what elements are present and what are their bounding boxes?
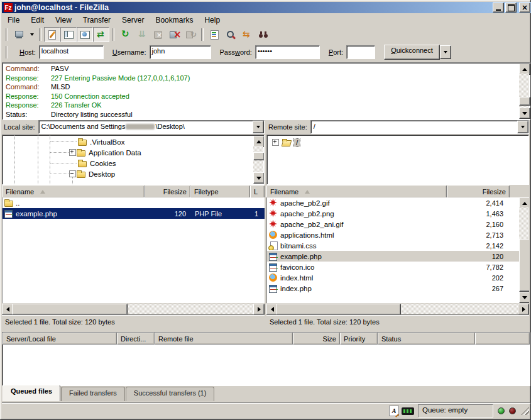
menu-edit[interactable]: Edit bbox=[25, 14, 50, 26]
tree-item-cookies[interactable]: Cookies bbox=[3, 158, 116, 169]
site-manager-dropdown-button[interactable] bbox=[27, 27, 36, 42]
refresh-button[interactable] bbox=[117, 27, 133, 42]
menu-transfer[interactable]: Transfer bbox=[77, 14, 116, 26]
find-files-button[interactable] bbox=[255, 27, 271, 42]
menu-view[interactable]: View bbox=[50, 14, 77, 26]
tab-failed-transfers[interactable]: Failed transfers bbox=[61, 387, 125, 401]
menu-help[interactable]: Help bbox=[199, 14, 226, 26]
disconnect-icon bbox=[168, 29, 180, 40]
queue-toggle-icon bbox=[96, 29, 107, 40]
remote-list-scrollbar[interactable] bbox=[519, 197, 529, 303]
file-row-favicon-ico[interactable]: favicon.ico7,782 bbox=[267, 262, 519, 272]
scrollbar-thumb[interactable] bbox=[519, 97, 530, 106]
remote-horizontal-scrollbar[interactable] bbox=[266, 304, 529, 314]
tree-item-blank[interactable]: / bbox=[267, 137, 300, 148]
local-tree-toggle-button[interactable] bbox=[60, 27, 77, 42]
message-log-toggle-button[interactable] bbox=[44, 27, 60, 42]
tree-item-virtualbox[interactable]: .VirtualBox bbox=[3, 136, 124, 147]
queue-column-server-local-file[interactable]: Server/Local file bbox=[3, 333, 117, 345]
scroll-right-button[interactable] bbox=[518, 304, 529, 315]
directory-comparison-button[interactable] bbox=[222, 27, 239, 42]
local-column-filetype[interactable]: Filetype bbox=[190, 185, 250, 198]
site-manager-button[interactable] bbox=[11, 27, 27, 42]
cell-text: 120 bbox=[492, 253, 503, 260]
close-button[interactable]: × bbox=[519, 3, 530, 13]
local-column-filename[interactable]: Filename bbox=[2, 185, 145, 198]
file-row-blank[interactable]: .. bbox=[3, 197, 265, 208]
username-input[interactable]: john bbox=[150, 45, 211, 59]
remote-column-filesize[interactable]: Filesize bbox=[447, 185, 510, 198]
scroll-down-button[interactable] bbox=[519, 292, 529, 303]
file-row-apache-pb2-png[interactable]: apache_pb2.png1,463 bbox=[267, 208, 519, 219]
quickconnect-button[interactable]: Quickconnect bbox=[384, 45, 440, 60]
scroll-right-button[interactable] bbox=[253, 304, 265, 315]
expand-icon[interactable] bbox=[272, 139, 279, 146]
reconnect-button[interactable] bbox=[182, 27, 199, 42]
expand-icon[interactable] bbox=[69, 149, 76, 156]
queue-column-directi[interactable]: Directi... bbox=[117, 333, 155, 345]
process-queue-button[interactable] bbox=[133, 27, 150, 42]
file-row-applications-html[interactable]: applications.html2,713 bbox=[267, 229, 519, 240]
queue-toggle-button[interactable] bbox=[93, 27, 109, 42]
file-cell: 2,713 bbox=[447, 231, 508, 239]
cancel-button[interactable] bbox=[150, 27, 166, 42]
host-input[interactable]: localhost bbox=[39, 45, 104, 59]
local-site-dropdown-button[interactable] bbox=[253, 121, 264, 133]
queue-column-status[interactable]: Status bbox=[378, 333, 475, 345]
message-log-scrollbar[interactable] bbox=[519, 64, 529, 119]
tab-successful-transfers-1[interactable]: Successful transfers (1) bbox=[126, 387, 215, 401]
scrollbar-thumb[interactable] bbox=[12, 304, 128, 315]
chevron-down-icon bbox=[256, 126, 260, 128]
filter-button[interactable] bbox=[206, 27, 222, 42]
maximize-button[interactable] bbox=[505, 3, 517, 13]
file-row-bitnami-css[interactable]: bitnami.css2,142 bbox=[267, 240, 519, 251]
file-row-index-html[interactable]: index.html202 bbox=[267, 272, 519, 283]
disconnect-button[interactable] bbox=[166, 27, 182, 42]
queue-column-priority[interactable]: Priority bbox=[340, 333, 378, 345]
file-row-apache-pb2-ani-gif[interactable]: apache_pb2_ani.gif2,160 bbox=[267, 219, 519, 229]
log-line-label: Status: bbox=[3, 110, 51, 119]
local-horizontal-scrollbar[interactable] bbox=[2, 304, 265, 314]
tab-queued-files[interactable]: Queued files bbox=[3, 385, 60, 401]
local-tree-scrollbar[interactable] bbox=[253, 136, 263, 184]
resize-grip[interactable] bbox=[521, 407, 529, 415]
tree-item-application-data[interactable]: Application Data bbox=[3, 147, 141, 158]
scrollbar-thumb[interactable] bbox=[276, 304, 401, 315]
scrollbar-thumb[interactable] bbox=[253, 152, 265, 160]
menu-file[interactable]: File bbox=[2, 14, 25, 26]
folder-icon bbox=[76, 148, 86, 157]
file-row-example-php[interactable]: example.php120 bbox=[267, 251, 519, 262]
password-label: Password: bbox=[220, 48, 252, 56]
queue-column-size[interactable]: Size bbox=[293, 333, 340, 345]
password-input[interactable]: •••••• bbox=[255, 45, 320, 59]
scrollbar-thumb[interactable] bbox=[519, 239, 529, 292]
image-file-icon bbox=[268, 220, 278, 229]
minimize-button[interactable] bbox=[493, 3, 504, 13]
speed-limits-icon[interactable] bbox=[402, 407, 414, 415]
scroll-down-button[interactable] bbox=[519, 108, 530, 119]
quickconnect-dropdown-button[interactable] bbox=[440, 45, 451, 59]
synchronized-browsing-button[interactable] bbox=[239, 27, 255, 42]
local-column-l[interactable]: L bbox=[250, 185, 265, 198]
tree-item-desktop[interactable]: Desktop bbox=[3, 169, 115, 179]
remote-site-combobox[interactable]: / bbox=[310, 120, 529, 134]
menu-bookmarks[interactable]: Bookmarks bbox=[150, 14, 199, 26]
local-site-combobox[interactable]: C:\Documents and Settings\Desktop\ bbox=[38, 120, 265, 134]
menu-server[interactable]: Server bbox=[116, 14, 150, 26]
arrow-up-icon bbox=[522, 202, 527, 205]
local-file-list: ..example.php120PHP File1 bbox=[2, 197, 265, 303]
file-row-example-php[interactable]: example.php120PHP File1 bbox=[3, 208, 265, 219]
file-row-index-php[interactable]: index.php267 bbox=[267, 283, 519, 294]
remote-tree-toggle-button[interactable] bbox=[77, 27, 93, 42]
port-input[interactable] bbox=[346, 45, 375, 59]
log-line-response: Response:227 Entering Passive Mode (127,… bbox=[3, 74, 530, 83]
log-line-label: Command: bbox=[3, 64, 51, 74]
scroll-down-button[interactable] bbox=[253, 172, 265, 184]
remote-column-filename[interactable]: Filename bbox=[266, 185, 447, 198]
queue-column-remote-file[interactable]: Remote file bbox=[155, 333, 293, 345]
remote-site-dropdown-button[interactable] bbox=[517, 121, 528, 133]
file-row-apache-pb2-gif[interactable]: apache_pb2.gif2,414 bbox=[267, 197, 519, 208]
collapse-icon[interactable] bbox=[69, 170, 76, 177]
queue-column-end[interactable] bbox=[475, 333, 530, 345]
local-column-filesize[interactable]: Filesize bbox=[145, 185, 190, 198]
